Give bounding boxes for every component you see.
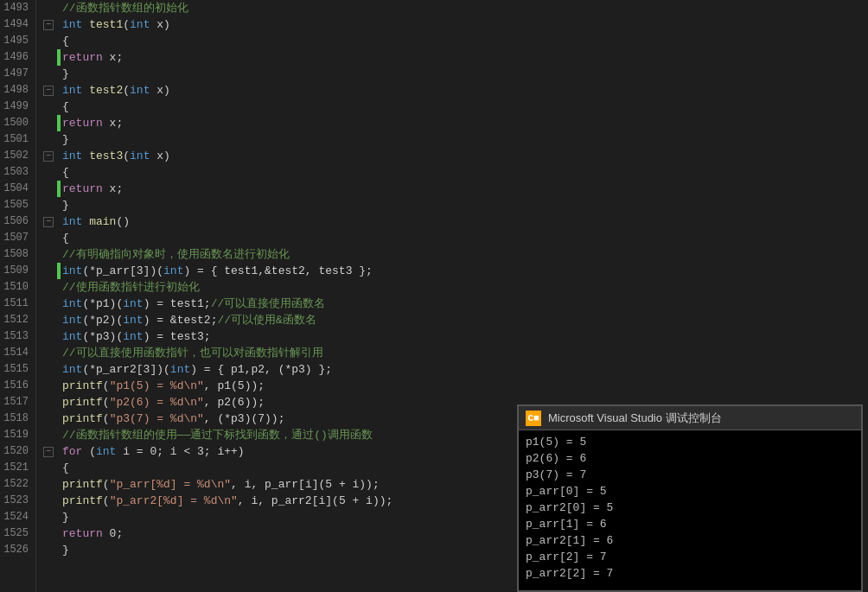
empty-gutter (57, 0, 61, 16)
code-segment-fn: main (89, 215, 116, 228)
code-line: return x; (36, 49, 868, 66)
code-segment-plain: ( (103, 379, 110, 392)
empty-gutter (57, 476, 61, 493)
empty-gutter (57, 213, 61, 230)
line-number: 1515 (3, 361, 29, 378)
code-segment-plain: ( (123, 84, 130, 97)
code-segment-kw: int (62, 84, 82, 97)
code-segment-plain: 0; (103, 527, 123, 540)
gutter-area: − (40, 217, 57, 227)
console-output-line: p_arr[0] = 5 (526, 483, 854, 500)
code-text: int(*p_arr[3])(int) = { test1,&test2, te… (62, 263, 868, 279)
code-line: −int test1(int x) (36, 16, 868, 33)
line-number: 1523 (3, 493, 29, 509)
empty-gutter (57, 279, 61, 296)
gutter-area: − (40, 86, 57, 96)
code-text: //可以直接使用函数指针，也可以对函数指针解引用 (62, 345, 868, 361)
empty-gutter (57, 493, 61, 509)
code-segment-kw2: return (62, 117, 103, 130)
code-line: int(*p_arr2[3])(int) = { p1,p2, (*p3) }; (36, 361, 868, 378)
code-segment-kw: int (62, 363, 82, 376)
code-segment-plain: x) (150, 84, 169, 97)
empty-gutter (57, 460, 61, 476)
code-segment-kw2: for (62, 445, 82, 458)
empty-gutter (57, 82, 61, 99)
code-text: { (62, 33, 868, 49)
line-number: 1514 (3, 345, 29, 361)
empty-gutter (57, 148, 61, 164)
collapse-icon[interactable]: − (43, 151, 54, 162)
empty-gutter (57, 66, 61, 82)
line-number: 1513 (3, 328, 29, 345)
code-segment-plain: (*p_arr2[3])( (82, 363, 169, 376)
code-segment-str: "p1(5) = %d\n" (110, 379, 204, 392)
code-segment-comment: //有明确指向对象时，使用函数名进行初始化 (62, 248, 290, 261)
code-segment-fn: printf (62, 379, 103, 392)
code-text: int test1(int x) (62, 16, 868, 33)
code-segment-plain: } (62, 511, 69, 524)
code-line: //有明确指向对象时，使用函数名进行初始化 (36, 246, 868, 263)
code-text: int(*p1)(int) = test1;//可以直接使用函数名 (62, 296, 868, 312)
collapse-icon[interactable]: − (43, 20, 54, 30)
console-output-line: p3(7) = 7 (526, 467, 854, 483)
empty-gutter (57, 246, 61, 263)
collapse-icon[interactable]: − (43, 86, 54, 96)
code-segment-kw: int (123, 314, 143, 327)
line-number: 1495 (3, 33, 29, 49)
empty-gutter (57, 411, 61, 427)
code-segment-fn: test1 (89, 18, 123, 31)
line-numbers: 1493149414951496149714981499150015011502… (0, 0, 36, 592)
code-text: { (62, 230, 868, 246)
code-segment-plain: (*p2)( (82, 314, 123, 327)
code-segment-plain: ( (123, 18, 130, 31)
collapse-icon[interactable]: − (43, 447, 54, 457)
line-number: 1499 (3, 99, 29, 115)
code-line: printf("p1(5) = %d\n", p1(5)); (36, 378, 868, 394)
code-line: //函数指针数组的初始化 (36, 0, 868, 16)
code-segment-str: "p_arr[%d] = %d\n" (110, 478, 231, 491)
code-segment-comment: //函数指针数组的使用——通过下标找到函数，通过()调用函数 (62, 429, 373, 442)
line-number: 1512 (3, 312, 29, 328)
code-segment-plain: () (116, 215, 130, 228)
code-segment-plain: { (62, 35, 69, 48)
line-number: 1501 (3, 131, 29, 148)
code-segment-plain: (*p3)( (82, 330, 123, 343)
code-segment-comment: //可以直接使用函数名 (211, 297, 326, 310)
code-text: //有明确指向对象时，使用函数名进行初始化 (62, 246, 868, 263)
code-segment-plain: , (*p3)(7)); (204, 412, 285, 425)
code-segment-plain: { (62, 100, 69, 113)
code-segment-plain: i = 0; i < 3; i++) (116, 445, 244, 458)
line-number: 1506 (3, 213, 29, 230)
code-line: //使用函数指针进行初始化 (36, 279, 868, 296)
code-line: int(*p1)(int) = test1;//可以直接使用函数名 (36, 296, 868, 312)
empty-gutter (57, 131, 61, 148)
code-segment-plain: } (62, 67, 69, 80)
console-window[interactable]: C■ Microsoft Visual Studio 调试控制台 p1(5) =… (517, 404, 863, 592)
code-segment-fn: printf (62, 494, 103, 507)
code-segment-plain: { (62, 232, 69, 245)
code-line: −int test3(int x) (36, 148, 868, 164)
empty-gutter (57, 197, 61, 213)
code-segment-plain: { (62, 166, 69, 179)
code-segment-str: "p2(6) = %d\n" (110, 396, 204, 409)
code-line: } (36, 197, 868, 213)
line-number: 1493 (3, 0, 29, 16)
code-segment-plain: ) = &test2; (144, 314, 218, 327)
empty-gutter (57, 427, 61, 443)
code-segment-plain: ) = { p1,p2, (*p3) }; (190, 363, 332, 376)
code-segment-fn: test2 (89, 84, 123, 97)
code-line: return x; (36, 115, 868, 131)
line-number: 1521 (3, 460, 29, 476)
code-line: { (36, 33, 868, 49)
code-segment-plain: x) (150, 150, 169, 162)
console-output-line: p1(5) = 5 (526, 434, 854, 450)
collapse-icon[interactable]: − (43, 217, 54, 227)
empty-gutter (57, 525, 61, 542)
code-line: } (36, 66, 868, 82)
code-segment-str: "p_arr2[%d] = %d\n" (110, 494, 238, 507)
breakpoint-indicator (57, 49, 61, 66)
line-number: 1494 (3, 16, 29, 33)
line-number: 1516 (3, 378, 29, 394)
code-segment-plain: } (62, 133, 69, 146)
code-text: { (62, 164, 868, 181)
